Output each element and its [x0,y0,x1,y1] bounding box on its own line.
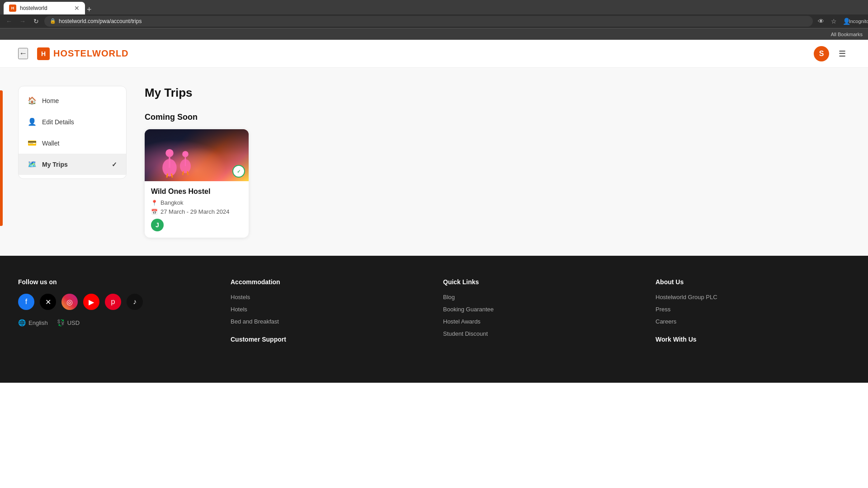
sidebar-item-my-trips[interactable]: 🗺️ My Trips ✓ [19,154,126,175]
trip-dates: 27 March - 29 March 2024 [160,208,229,215]
new-tab-button[interactable]: + [87,5,92,14]
language-button[interactable]: 🌐 English [18,319,48,326]
bookmark-icon[interactable]: ☆ [828,16,839,27]
person-icon: 👤 [28,117,37,126]
map-icon: 🗺️ [28,160,37,169]
logo-text: HOSTELWORLD [53,48,129,59]
browser-toolbar: ← → ↻ 🔒 hostelworld.com/pwa/account/trip… [0,14,868,28]
svg-point-6 [182,151,189,157]
logo[interactable]: H HOSTELWORLD [37,47,129,60]
bookmarks-bar: All Bookmarks [0,28,868,40]
trip-card-image: ✓ [145,129,249,181]
sidebar: 🏠 Home 👤 Edit Details 💳 Wallet 🗺️ My Tri… [18,86,127,179]
pinterest-icon[interactable]: p [105,294,121,310]
back-button[interactable]: ← [18,48,28,59]
tiktok-icon[interactable]: ♪ [127,294,143,310]
trip-badge: ✓ [232,165,245,178]
page-main: 🏠 Home 👤 Edit Details 💳 Wallet 🗺️ My Tri… [0,68,868,256]
trip-hostel-name: Wild Ones Hostel [151,188,242,196]
hotels-link[interactable]: Hotels [231,306,425,313]
hostelworld-group-link[interactable]: Hostelworld Group PLC [656,294,850,300]
tab-close-button[interactable]: ✕ [74,5,80,12]
language-label: English [28,319,48,326]
footer-follow-us-col: Follow us on f ✕ ◎ ▶ p ♪ 🌐 English 💱 USD [18,278,212,351]
globe-icon: 🌐 [18,319,26,326]
calendar-icon: 📅 [151,209,158,215]
trip-guest-avatar: J [151,219,164,231]
page-header: ← H HOSTELWORLD S ☰ [0,40,868,68]
home-icon: 🏠 [28,96,37,105]
incognito-label: Incognito [854,16,864,27]
sidebar-item-wallet[interactable]: 💳 Wallet [19,132,126,154]
lock-icon: 🔒 [50,18,56,24]
youtube-icon[interactable]: ▶ [83,294,99,310]
browser-tabs: H hostelworld ✕ + [0,0,868,14]
left-accent-bar [0,90,3,226]
twitter-x-icon[interactable]: ✕ [40,294,56,310]
reload-button[interactable]: ↻ [31,16,42,27]
page-title: My Trips [145,86,850,100]
trip-card-body: Wild Ones Hostel 📍 Bangkok 📅 27 March - … [145,181,249,238]
wallet-icon: 💳 [28,139,37,147]
trip-location: Bangkok [160,199,184,206]
work-with-us-title: Work With Us [656,336,850,343]
sidebar-edit-details-label: Edit Details [42,118,74,126]
tab-title: hostelworld [20,5,47,11]
svg-line-4 [171,174,172,178]
footer-accommodation-col: Accommodation Hostels Hotels Bed and Bre… [231,278,425,351]
coming-soon-title: Coming Soon [145,113,850,122]
trip-card[interactable]: ✓ Wild Ones Hostel 📍 Bangkok 📅 27 March … [145,129,249,238]
forward-nav-button[interactable]: → [17,16,28,27]
student-discount-link[interactable]: Student Discount [443,330,637,337]
hostel-awards-link[interactable]: Hostel Awards [443,318,637,325]
sidebar-item-edit-details[interactable]: 👤 Edit Details [19,111,126,132]
active-tab[interactable]: H hostelworld ✕ [4,2,85,14]
bookmarks-label: All Bookmarks [831,32,863,37]
browser-right-buttons: 👁 ☆ 👤 Incognito [816,16,864,27]
bed-breakfast-link[interactable]: Bed and Breakfast [231,318,425,325]
booking-guarantee-link[interactable]: Booking Guarantee [443,306,637,313]
instagram-icon[interactable]: ◎ [61,294,78,310]
about-us-title: About Us [656,278,850,286]
press-link[interactable]: Press [656,306,850,313]
sidebar-wallet-label: Wallet [42,140,59,147]
address-bar[interactable]: 🔒 hostelworld.com/pwa/account/trips [44,16,813,27]
location-pin-icon: 📍 [151,200,158,206]
logo-icon: H [37,47,50,60]
svg-line-3 [167,174,168,178]
follow-us-title: Follow us on [18,278,212,286]
currency-label: USD [67,319,80,326]
footer-locale-row: 🌐 English 💱 USD [18,319,212,326]
svg-point-1 [165,149,174,157]
currency-icon: 💱 [57,319,65,326]
back-nav-button[interactable]: ← [4,16,14,27]
sidebar-my-trips-label: My Trips [42,161,68,168]
footer-grid: Follow us on f ✕ ◎ ▶ p ♪ 🌐 English 💱 USD [18,278,850,351]
header-right: S ☰ [814,46,850,61]
customer-support-title: Customer Support [231,336,425,343]
browser-chrome: H hostelworld ✕ + ← → ↻ 🔒 hostelworld.co… [0,0,868,28]
tab-favicon: H [9,5,16,12]
hostels-link[interactable]: Hostels [231,294,425,300]
page-footer: Follow us on f ✕ ◎ ▶ p ♪ 🌐 English 💱 USD [0,256,868,383]
chevron-right-icon: ✓ [112,161,117,168]
flamingo-decoration-2 [176,149,194,176]
currency-button[interactable]: 💱 USD [57,319,80,326]
trip-location-row: 📍 Bangkok [151,199,242,206]
blog-link[interactable]: Blog [443,294,637,300]
user-avatar-button[interactable]: S [814,46,829,61]
trip-dates-row: 📅 27 March - 29 March 2024 [151,208,242,215]
content-area: My Trips Coming Soon [145,86,850,238]
footer-about-us-col: About Us Hostelworld Group PLC Press Car… [656,278,850,351]
sidebar-item-home[interactable]: 🏠 Home [19,90,126,111]
social-icons-row: f ✕ ◎ ▶ p ♪ [18,294,212,310]
url-text: hostelworld.com/pwa/account/trips [59,18,142,24]
hamburger-menu-button[interactable]: ☰ [835,46,850,61]
footer-quick-links-col: Quick Links Blog Booking Guarantee Hoste… [443,278,637,351]
sidebar-home-label: Home [42,97,59,104]
facebook-icon[interactable]: f [18,294,34,310]
eye-off-icon: 👁 [816,16,826,27]
accommodation-title: Accommodation [231,278,425,286]
quick-links-title: Quick Links [443,278,637,286]
careers-link[interactable]: Careers [656,318,850,325]
